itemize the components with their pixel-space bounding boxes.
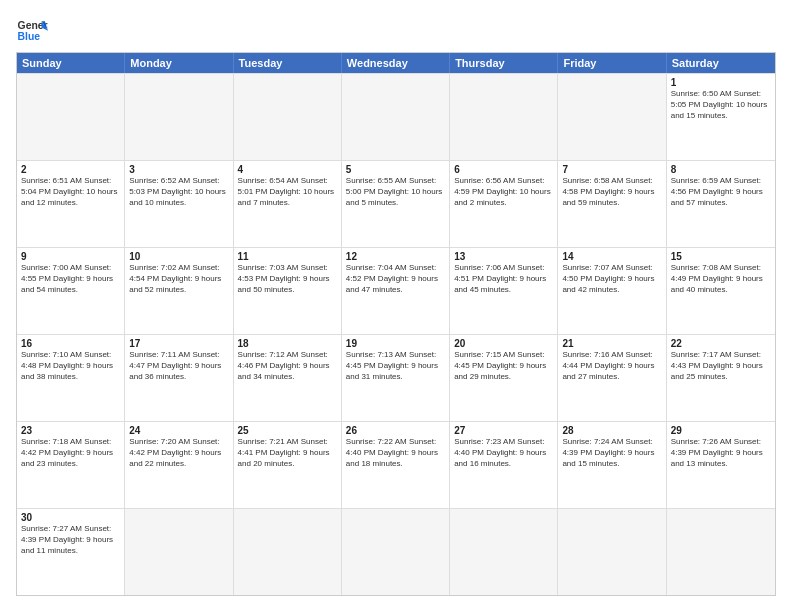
cal-header-sunday: Sunday <box>17 53 125 73</box>
cal-header-friday: Friday <box>558 53 666 73</box>
day-number: 19 <box>346 338 445 349</box>
day-info: Sunrise: 6:50 AM Sunset: 5:05 PM Dayligh… <box>671 89 771 121</box>
cal-cell-day-27: 27Sunrise: 7:23 AM Sunset: 4:40 PM Dayli… <box>450 422 558 508</box>
cal-header-monday: Monday <box>125 53 233 73</box>
day-info: Sunrise: 7:27 AM Sunset: 4:39 PM Dayligh… <box>21 524 120 556</box>
day-number: 28 <box>562 425 661 436</box>
cal-cell-day-26: 26Sunrise: 7:22 AM Sunset: 4:40 PM Dayli… <box>342 422 450 508</box>
cal-week-row-6: 30Sunrise: 7:27 AM Sunset: 4:39 PM Dayli… <box>17 508 775 595</box>
day-number: 10 <box>129 251 228 262</box>
calendar-body: 1Sunrise: 6:50 AM Sunset: 5:05 PM Daylig… <box>17 73 775 595</box>
day-info: Sunrise: 7:18 AM Sunset: 4:42 PM Dayligh… <box>21 437 120 469</box>
header: General Blue <box>16 16 776 44</box>
cal-cell-day-22: 22Sunrise: 7:17 AM Sunset: 4:43 PM Dayli… <box>667 335 775 421</box>
page: General Blue SundayMondayTuesdayWednesda… <box>0 0 792 612</box>
cal-cell-empty <box>234 509 342 595</box>
cal-week-row-4: 16Sunrise: 7:10 AM Sunset: 4:48 PM Dayli… <box>17 334 775 421</box>
cal-cell-empty <box>17 74 125 160</box>
cal-cell-day-9: 9Sunrise: 7:00 AM Sunset: 4:55 PM Daylig… <box>17 248 125 334</box>
cal-cell-day-2: 2Sunrise: 6:51 AM Sunset: 5:04 PM Daylig… <box>17 161 125 247</box>
cal-cell-day-4: 4Sunrise: 6:54 AM Sunset: 5:01 PM Daylig… <box>234 161 342 247</box>
day-info: Sunrise: 7:08 AM Sunset: 4:49 PM Dayligh… <box>671 263 771 295</box>
day-info: Sunrise: 7:00 AM Sunset: 4:55 PM Dayligh… <box>21 263 120 295</box>
day-number: 1 <box>671 77 771 88</box>
day-number: 14 <box>562 251 661 262</box>
cal-cell-empty <box>234 74 342 160</box>
cal-cell-day-14: 14Sunrise: 7:07 AM Sunset: 4:50 PM Dayli… <box>558 248 666 334</box>
day-info: Sunrise: 7:23 AM Sunset: 4:40 PM Dayligh… <box>454 437 553 469</box>
logo: General Blue <box>16 16 48 44</box>
day-info: Sunrise: 6:52 AM Sunset: 5:03 PM Dayligh… <box>129 176 228 208</box>
day-info: Sunrise: 6:56 AM Sunset: 4:59 PM Dayligh… <box>454 176 553 208</box>
day-number: 29 <box>671 425 771 436</box>
cal-cell-day-28: 28Sunrise: 7:24 AM Sunset: 4:39 PM Dayli… <box>558 422 666 508</box>
cal-cell-day-12: 12Sunrise: 7:04 AM Sunset: 4:52 PM Dayli… <box>342 248 450 334</box>
cal-cell-day-13: 13Sunrise: 7:06 AM Sunset: 4:51 PM Dayli… <box>450 248 558 334</box>
day-number: 21 <box>562 338 661 349</box>
day-info: Sunrise: 7:04 AM Sunset: 4:52 PM Dayligh… <box>346 263 445 295</box>
day-number: 9 <box>21 251 120 262</box>
cal-cell-day-30: 30Sunrise: 7:27 AM Sunset: 4:39 PM Dayli… <box>17 509 125 595</box>
cal-header-thursday: Thursday <box>450 53 558 73</box>
cal-cell-day-18: 18Sunrise: 7:12 AM Sunset: 4:46 PM Dayli… <box>234 335 342 421</box>
day-number: 27 <box>454 425 553 436</box>
cal-week-row-5: 23Sunrise: 7:18 AM Sunset: 4:42 PM Dayli… <box>17 421 775 508</box>
cal-week-row-2: 2Sunrise: 6:51 AM Sunset: 5:04 PM Daylig… <box>17 160 775 247</box>
cal-cell-day-24: 24Sunrise: 7:20 AM Sunset: 4:42 PM Dayli… <box>125 422 233 508</box>
cal-cell-day-21: 21Sunrise: 7:16 AM Sunset: 4:44 PM Dayli… <box>558 335 666 421</box>
cal-cell-empty <box>450 74 558 160</box>
day-number: 12 <box>346 251 445 262</box>
day-info: Sunrise: 7:17 AM Sunset: 4:43 PM Dayligh… <box>671 350 771 382</box>
cal-cell-day-20: 20Sunrise: 7:15 AM Sunset: 4:45 PM Dayli… <box>450 335 558 421</box>
calendar-header-row: SundayMondayTuesdayWednesdayThursdayFrid… <box>17 53 775 73</box>
cal-cell-day-29: 29Sunrise: 7:26 AM Sunset: 4:39 PM Dayli… <box>667 422 775 508</box>
day-info: Sunrise: 7:06 AM Sunset: 4:51 PM Dayligh… <box>454 263 553 295</box>
cal-cell-empty <box>125 74 233 160</box>
day-info: Sunrise: 6:58 AM Sunset: 4:58 PM Dayligh… <box>562 176 661 208</box>
day-number: 15 <box>671 251 771 262</box>
cal-cell-day-11: 11Sunrise: 7:03 AM Sunset: 4:53 PM Dayli… <box>234 248 342 334</box>
day-number: 20 <box>454 338 553 349</box>
svg-text:Blue: Blue <box>18 31 41 42</box>
day-number: 7 <box>562 164 661 175</box>
day-info: Sunrise: 7:10 AM Sunset: 4:48 PM Dayligh… <box>21 350 120 382</box>
day-info: Sunrise: 6:59 AM Sunset: 4:56 PM Dayligh… <box>671 176 771 208</box>
cal-cell-day-7: 7Sunrise: 6:58 AM Sunset: 4:58 PM Daylig… <box>558 161 666 247</box>
cal-cell-empty <box>667 509 775 595</box>
day-number: 4 <box>238 164 337 175</box>
day-number: 23 <box>21 425 120 436</box>
day-number: 24 <box>129 425 228 436</box>
day-info: Sunrise: 6:51 AM Sunset: 5:04 PM Dayligh… <box>21 176 120 208</box>
day-info: Sunrise: 7:16 AM Sunset: 4:44 PM Dayligh… <box>562 350 661 382</box>
day-number: 30 <box>21 512 120 523</box>
day-info: Sunrise: 7:11 AM Sunset: 4:47 PM Dayligh… <box>129 350 228 382</box>
cal-week-row-1: 1Sunrise: 6:50 AM Sunset: 5:05 PM Daylig… <box>17 73 775 160</box>
day-info: Sunrise: 6:55 AM Sunset: 5:00 PM Dayligh… <box>346 176 445 208</box>
cal-cell-empty <box>125 509 233 595</box>
cal-week-row-3: 9Sunrise: 7:00 AM Sunset: 4:55 PM Daylig… <box>17 247 775 334</box>
day-number: 26 <box>346 425 445 436</box>
day-number: 3 <box>129 164 228 175</box>
day-info: Sunrise: 7:21 AM Sunset: 4:41 PM Dayligh… <box>238 437 337 469</box>
cal-cell-empty <box>558 74 666 160</box>
day-info: Sunrise: 7:22 AM Sunset: 4:40 PM Dayligh… <box>346 437 445 469</box>
cal-header-saturday: Saturday <box>667 53 775 73</box>
day-number: 22 <box>671 338 771 349</box>
cal-header-wednesday: Wednesday <box>342 53 450 73</box>
cal-cell-day-3: 3Sunrise: 6:52 AM Sunset: 5:03 PM Daylig… <box>125 161 233 247</box>
cal-cell-day-6: 6Sunrise: 6:56 AM Sunset: 4:59 PM Daylig… <box>450 161 558 247</box>
cal-cell-day-8: 8Sunrise: 6:59 AM Sunset: 4:56 PM Daylig… <box>667 161 775 247</box>
day-info: Sunrise: 7:02 AM Sunset: 4:54 PM Dayligh… <box>129 263 228 295</box>
day-number: 6 <box>454 164 553 175</box>
cal-cell-day-17: 17Sunrise: 7:11 AM Sunset: 4:47 PM Dayli… <box>125 335 233 421</box>
cal-cell-empty <box>342 74 450 160</box>
cal-cell-day-1: 1Sunrise: 6:50 AM Sunset: 5:05 PM Daylig… <box>667 74 775 160</box>
day-number: 25 <box>238 425 337 436</box>
cal-cell-empty <box>450 509 558 595</box>
logo-icon: General Blue <box>16 16 48 44</box>
day-number: 17 <box>129 338 228 349</box>
day-info: Sunrise: 7:15 AM Sunset: 4:45 PM Dayligh… <box>454 350 553 382</box>
day-number: 2 <box>21 164 120 175</box>
cal-cell-day-19: 19Sunrise: 7:13 AM Sunset: 4:45 PM Dayli… <box>342 335 450 421</box>
cal-cell-day-5: 5Sunrise: 6:55 AM Sunset: 5:00 PM Daylig… <box>342 161 450 247</box>
